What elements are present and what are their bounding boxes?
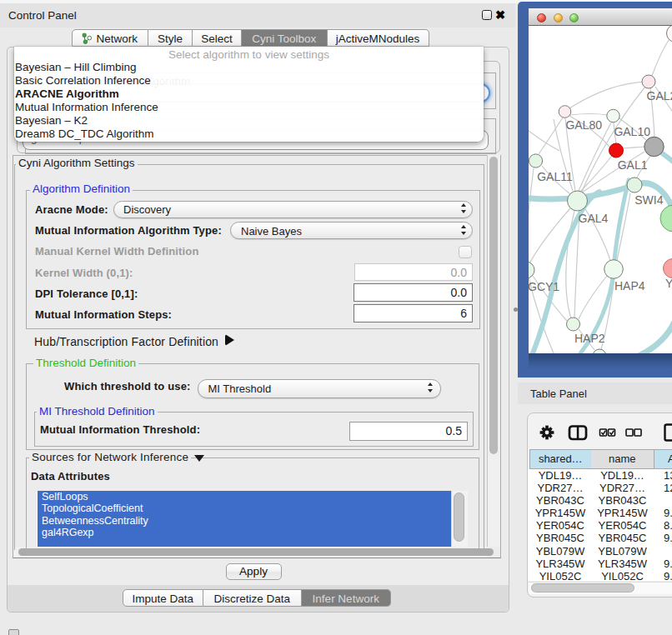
svg-text:HAP2: HAP2 (574, 332, 605, 345)
svg-text:GAL4: GAL4 (579, 212, 609, 225)
svg-text:GAL10: GAL10 (614, 125, 650, 138)
svg-text:GAL80: GAL80 (565, 118, 602, 132)
svg-text:GCY1: GCY1 (529, 280, 559, 293)
svg-text:HAP4: HAP4 (614, 279, 645, 292)
svg-text:Y: Y (665, 277, 672, 290)
svg-text:GAL2: GAL2 (647, 89, 672, 102)
svg-text:GAL1: GAL1 (618, 158, 648, 172)
svg-text:GAL11: GAL11 (537, 170, 573, 183)
svg-text:SWI4: SWI4 (634, 193, 663, 207)
